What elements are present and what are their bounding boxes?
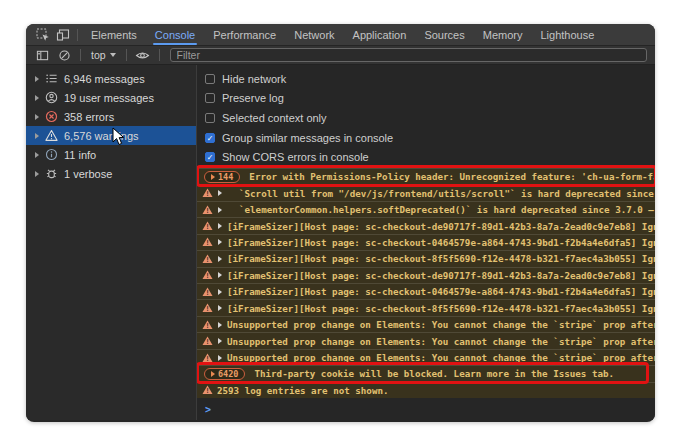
checkbox-unchecked[interactable] <box>205 74 215 84</box>
console-warning-message[interactable]: ![iFrameSizer][Host page: sc-checkout-de… <box>197 217 655 233</box>
tab-sources[interactable]: Sources <box>415 24 473 45</box>
console-grouped-message[interactable]: 144Error with Permissions-Policy header:… <box>197 168 655 184</box>
console-sidebar: 6,946 messages19 user messages358 errors… <box>26 65 197 420</box>
console-warning-message[interactable]: ![iFrameSizer][Host page: sc-checkout-04… <box>197 283 655 299</box>
user-messages-icon <box>45 91 58 104</box>
tab-elements[interactable]: Elements <box>82 24 146 45</box>
expand-caret-icon[interactable] <box>35 152 39 158</box>
expand-caret-icon[interactable] <box>218 305 222 311</box>
console-warning-message[interactable]: !Unsupported prop change on Elements: Yo… <box>197 332 655 348</box>
repeat-count-badge[interactable]: 144 <box>204 171 240 183</box>
expand-caret-icon[interactable] <box>35 171 39 177</box>
toolbar-divider <box>159 49 160 61</box>
checkbox-unchecked[interactable] <box>205 93 215 103</box>
messages-list-icon <box>45 72 58 85</box>
device-toolbar-icon[interactable] <box>53 24 73 45</box>
console-settings: Hide networkPreserve logSelected context… <box>197 65 655 168</box>
setting-show-cors-errors-in-console[interactable]: ✓Show CORS errors in console <box>205 147 655 167</box>
checkbox-label: Group similar messages in console <box>222 132 393 144</box>
setting-preserve-log[interactable]: Preserve log <box>205 89 655 109</box>
devtools-window: ElementsConsolePerformanceNetworkApplica… <box>26 24 655 422</box>
expand-caret-icon[interactable] <box>218 256 222 262</box>
console-warning-message[interactable]: ![iFrameSizer][Host page: sc-checkout-de… <box>197 267 655 283</box>
message-text: [iFrameSizer][Host page: sc-checkout-8f5… <box>227 303 655 314</box>
svg-text:!: ! <box>205 256 209 264</box>
console-warning-message[interactable]: !`elementorCommon.helpers.softDeprecated… <box>197 201 655 217</box>
setting-selected-context-only[interactable]: Selected context only <box>205 108 655 128</box>
tab-performance[interactable]: Performance <box>204 24 285 45</box>
filter-input[interactable] <box>170 48 647 62</box>
console-warning-message[interactable]: !`Scroll util from "/dev/js/frontend/uti… <box>197 184 655 200</box>
checkbox-checked[interactable]: ✓ <box>205 133 215 143</box>
clear-console-icon[interactable] <box>54 46 74 64</box>
expand-caret-icon[interactable] <box>218 272 222 278</box>
message-text: Unsupported prop change on Elements: You… <box>227 336 655 347</box>
console-pane: Hide networkPreserve logSelected context… <box>197 65 655 420</box>
console-warning-message[interactable]: !Unsupported prop change on Elements: Yo… <box>197 316 655 332</box>
sidebar-item-label: 1 verbose <box>64 168 112 180</box>
checkbox-checked[interactable]: ✓ <box>205 152 215 162</box>
toolbar-divider <box>77 29 78 41</box>
console-warning-message[interactable]: ![iFrameSizer][Host page: sc-checkout-8f… <box>197 299 655 315</box>
checkbox-label: Show CORS errors in console <box>222 151 369 163</box>
warning-triangle-icon: ! <box>202 221 213 231</box>
message-text: [iFrameSizer][Host page: sc-checkout-046… <box>227 286 655 297</box>
warning-triangle-icon: ! <box>202 270 213 280</box>
warning-triangle-icon: ! <box>202 353 213 363</box>
checkbox-label: Selected context only <box>222 112 327 124</box>
console-prompt-chevron: > <box>205 404 211 415</box>
svg-text:!: ! <box>205 272 209 280</box>
setting-group-similar-messages-in-console[interactable]: ✓Group similar messages in console <box>205 128 655 148</box>
sidebar-item-label: 11 info <box>64 149 96 161</box>
console-warning-message[interactable]: ![iFrameSizer][Host page: sc-checkout-04… <box>197 234 655 250</box>
checkbox-label: Hide network <box>222 73 286 85</box>
tab-console[interactable]: Console <box>146 24 204 45</box>
tab-network[interactable]: Network <box>285 24 343 45</box>
message-text: [iFrameSizer][Host page: sc-checkout-de9… <box>227 221 655 232</box>
svg-text:!: ! <box>205 289 209 297</box>
tab-memory[interactable]: Memory <box>474 24 532 45</box>
warning-triangle-icon: ! <box>202 303 213 313</box>
console-grouped-message[interactable]: 6420Third-party cookie will be blocked. … <box>197 365 655 381</box>
expand-caret-icon[interactable] <box>218 355 222 361</box>
toolbar-divider <box>126 49 127 61</box>
checkbox-unchecked[interactable] <box>205 113 215 123</box>
expand-caret-icon[interactable] <box>218 338 222 344</box>
console-toolbar: top <box>26 46 655 65</box>
console-warning-message[interactable]: ![iFrameSizer][Host page: sc-checkout-8f… <box>197 250 655 266</box>
expand-caret-icon <box>211 174 215 180</box>
console-warning-message[interactable]: !Unsupported prop change on Elements: Yo… <box>197 349 655 365</box>
expand-caret-icon[interactable] <box>35 76 39 82</box>
repeat-count-badge[interactable]: 6420 <box>204 368 245 380</box>
expand-caret-icon[interactable] <box>218 322 222 328</box>
expand-caret-icon[interactable] <box>218 190 222 196</box>
console-prompt-row[interactable]: > <box>197 400 655 418</box>
expand-caret-icon[interactable] <box>35 95 39 101</box>
setting-hide-network[interactable]: Hide network <box>205 69 655 89</box>
sidebar-item--verbose[interactable]: 1 verbose <box>26 164 196 183</box>
message-text: [iFrameSizer][Host page: sc-checkout-8f5… <box>227 253 655 264</box>
execution-context-selector[interactable]: top <box>87 49 120 61</box>
expand-caret-icon[interactable] <box>35 114 39 120</box>
message-text: Third-party cookie will be blocked. Lear… <box>254 368 614 379</box>
sidebar-item--warnings[interactable]: 6,576 warnings <box>26 126 196 145</box>
svg-text:!: ! <box>205 190 209 198</box>
expand-caret-icon[interactable] <box>218 223 222 229</box>
sidebar-item--messages[interactable]: 6,946 messages <box>26 69 196 88</box>
sidebar-item--info[interactable]: 11 info <box>26 145 196 164</box>
tab-application[interactable]: Application <box>344 24 416 45</box>
badge-count: 144 <box>218 172 233 182</box>
expand-caret-icon[interactable] <box>218 207 222 213</box>
console-sidebar-toggle-icon[interactable] <box>32 46 52 64</box>
live-expression-eye-icon[interactable] <box>133 46 153 64</box>
expand-caret-icon[interactable] <box>218 239 222 245</box>
expand-caret-icon[interactable] <box>218 289 222 295</box>
inspect-element-icon[interactable] <box>33 24 53 45</box>
tab-lighthouse[interactable]: Lighthouse <box>531 24 603 45</box>
svg-text:!: ! <box>205 239 209 247</box>
console-warning-message[interactable]: !2593 log entries are not shown. <box>197 382 655 398</box>
message-text: [iFrameSizer][Host page: sc-checkout-046… <box>227 237 655 248</box>
sidebar-item--errors[interactable]: 358 errors <box>26 107 196 126</box>
sidebar-item--user-messages[interactable]: 19 user messages <box>26 88 196 107</box>
expand-caret-icon[interactable] <box>35 133 39 139</box>
